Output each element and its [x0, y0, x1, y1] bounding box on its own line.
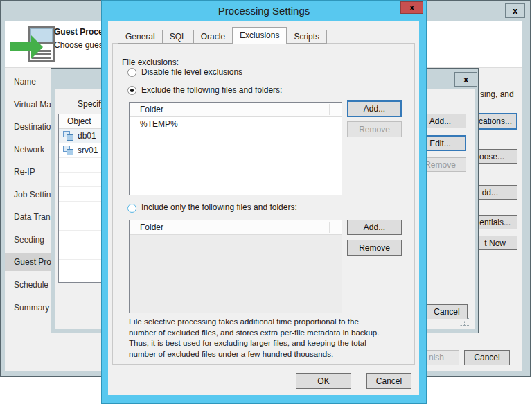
tab-general[interactable]: General	[118, 30, 163, 44]
wizard-step-subtitle: Choose gues	[54, 40, 103, 50]
wizard-step-title: Guest Proce	[54, 27, 103, 37]
wizard-cancel-button[interactable]: Cancel	[464, 350, 510, 365]
vm-name: db01	[78, 131, 96, 141]
vm-name: srv01	[78, 146, 98, 155]
ok-button[interactable]: OK	[296, 373, 351, 389]
dialog-cancel-button[interactable]: Cancel	[426, 304, 468, 319]
tab-exclusions[interactable]: Exclusions	[232, 27, 287, 44]
screen: x Guest Proce Choose gues Name Virtual M…	[0, 0, 532, 404]
guest-processing-description-fragment: sing, and	[480, 89, 514, 99]
close-button[interactable]: x	[400, 1, 423, 14]
tab-scripts[interactable]: Scripts	[286, 30, 327, 44]
tab-oracle[interactable]: Oracle	[193, 30, 233, 44]
dialog-title: Processing Settings	[102, 5, 426, 17]
vm-icon	[63, 146, 74, 156]
tab-sql[interactable]: SQL	[162, 30, 194, 44]
dialog-body: General SQL Oracle Exclusions Scripts Fi…	[108, 21, 419, 395]
processing-settings-dialog: Processing Settings x General SQL Oracle…	[101, 0, 427, 404]
wizard-close-button[interactable]: x	[505, 3, 525, 18]
cancel-button[interactable]: Cancel	[366, 373, 411, 389]
dialog-close-button[interactable]: x	[454, 72, 477, 87]
guest-processing-icon	[10, 25, 55, 64]
tab-bar: General SQL Oracle Exclusions Scripts	[118, 27, 327, 44]
vm-icon	[63, 131, 74, 141]
tab-page-border	[112, 43, 415, 365]
